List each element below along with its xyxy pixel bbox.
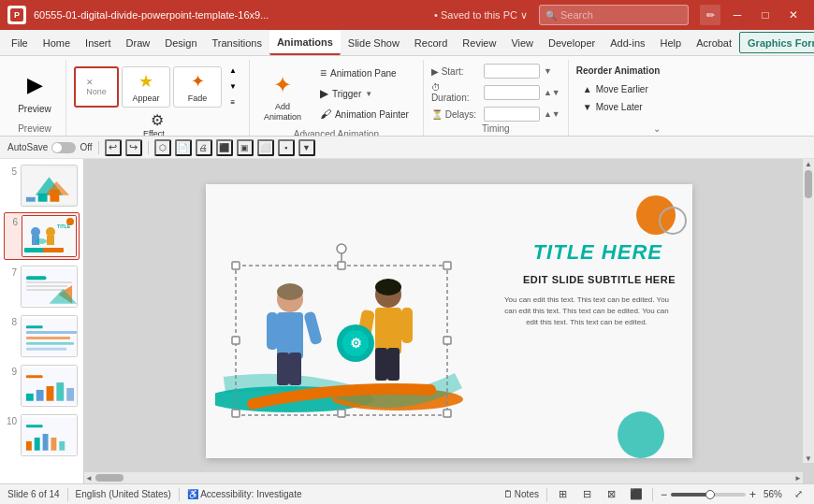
qa-more-button[interactable]: ▼ xyxy=(298,139,315,156)
qa-btn3[interactable]: 🖨 xyxy=(196,139,212,156)
animation-more-button[interactable]: ▲ xyxy=(225,64,241,78)
qa-btn4[interactable]: ⬛ xyxy=(216,139,233,156)
move-later-button[interactable]: ▼ Move Later xyxy=(576,99,661,115)
view-slideshow-button[interactable]: ⬛ xyxy=(628,486,645,503)
ribbon-group-reorder: Reorder Animation ▲ Move Earlier ▼ Move … xyxy=(569,60,668,136)
effect-options-button[interactable]: ⚙ EffectOptions xyxy=(143,111,172,137)
menu-developer[interactable]: Developer xyxy=(541,30,603,55)
animation-fade-button[interactable]: ✦ Fade xyxy=(173,66,222,108)
fit-slide-button[interactable]: ⤢ xyxy=(790,486,807,503)
gallery-icon: ≡ xyxy=(231,98,236,107)
slide-body[interactable]: You can edit this text. This text can be… xyxy=(498,295,676,328)
saved-status[interactable]: • Saved to this PC ∨ xyxy=(434,9,528,22)
menu-help[interactable]: Help xyxy=(653,30,690,55)
move-later-icon: ▼ xyxy=(583,102,592,112)
menu-view[interactable]: View xyxy=(503,30,541,55)
reorder-expand-icon[interactable]: ⌄ xyxy=(653,123,661,134)
thumb-number-8: 8 xyxy=(6,315,17,327)
animation-appear-button[interactable]: ★ Appear xyxy=(122,66,170,108)
zoom-in-button[interactable]: + xyxy=(749,488,756,501)
minimize-button[interactable]: ─ xyxy=(724,5,750,25)
scroll-thumb-horizontal[interactable] xyxy=(95,474,124,482)
qa-btn2[interactable]: 📄 xyxy=(175,139,192,156)
view-slide-sorter-button[interactable]: ⊟ xyxy=(579,486,596,503)
delay-input[interactable] xyxy=(484,107,540,122)
search-box[interactable]: 🔍 Search xyxy=(539,5,689,25)
close-button[interactable]: ✕ xyxy=(780,5,807,25)
notes-button[interactable]: 🗒 Notes xyxy=(503,489,539,499)
view-normal-button[interactable]: ⊞ xyxy=(555,486,572,503)
menu-review[interactable]: Review xyxy=(455,30,503,55)
move-earlier-button[interactable]: ▲ Move Earlier xyxy=(576,81,661,97)
language-info[interactable]: English (United States) xyxy=(76,489,171,499)
animation-painter-button[interactable]: 🖌 Animation Painter xyxy=(313,105,415,123)
zoom-out-button[interactable]: − xyxy=(661,488,667,501)
menu-transitions[interactable]: Transitions xyxy=(205,30,269,55)
autosave-track[interactable] xyxy=(51,142,76,153)
animation-none-button[interactable]: ✕None xyxy=(74,66,119,108)
menu-animations[interactable]: Animations xyxy=(269,30,341,55)
thumbnail-6[interactable]: 6 TITLE xyxy=(4,212,80,260)
timing-start-row: ▶ Start: ▼ xyxy=(431,64,560,79)
add-animation-button[interactable]: ✦ AddAnimation xyxy=(257,64,308,127)
redo-button[interactable]: ↪ xyxy=(125,139,142,156)
slide-area[interactable]: TITLE HERE EDIT SLIDE SUBTITLE HERE You … xyxy=(84,159,814,483)
menu-acrobat[interactable]: Acrobat xyxy=(689,30,739,55)
svg-rect-62 xyxy=(443,337,451,344)
thumbnail-10[interactable]: 10 xyxy=(4,412,80,458)
slide-canvas[interactable]: TITLE HERE EDIT SLIDE SUBTITLE HERE You … xyxy=(206,184,692,458)
scroll-right-arrow[interactable]: ► xyxy=(793,473,803,482)
menu-graphics-format[interactable]: Graphics Format xyxy=(739,32,814,53)
autosave-label: AutoSave xyxy=(7,142,48,152)
animation-down-button[interactable]: ▼ xyxy=(225,79,241,94)
start-dropdown[interactable]: ▼ xyxy=(544,66,552,76)
animation-pane-button[interactable]: ≡ Animation Pane xyxy=(313,64,415,82)
horizontal-scrollbar[interactable]: ◄ ► xyxy=(84,472,803,483)
scroll-up-arrow[interactable]: ▲ xyxy=(804,159,813,168)
svg-rect-37 xyxy=(59,440,65,450)
undo-button[interactable]: ↩ xyxy=(105,139,122,156)
menu-record[interactable]: Record xyxy=(407,30,455,55)
thumb-number-9: 9 xyxy=(6,365,17,377)
thumbnails-panel[interactable]: 5 6 TITLE xyxy=(0,159,84,483)
menu-draw[interactable]: Draw xyxy=(119,30,158,55)
start-input[interactable] xyxy=(484,64,540,79)
more-down-icon: ▼ xyxy=(229,82,237,91)
slide-subtitle[interactable]: EDIT SLIDE SUBTITLE HERE xyxy=(523,274,676,285)
menu-design[interactable]: Design xyxy=(157,30,204,55)
qa-btn6[interactable]: ⬜ xyxy=(257,139,274,156)
slide-title[interactable]: TITLE HERE xyxy=(533,240,662,265)
qa-btn1[interactable]: ⬡ xyxy=(154,139,171,156)
svg-rect-20 xyxy=(26,331,77,334)
menu-slideshow[interactable]: Slide Show xyxy=(341,30,407,55)
slide-info: Slide 6 of 14 xyxy=(7,489,60,499)
maximize-button[interactable]: □ xyxy=(752,5,778,25)
delay-dropdown[interactable]: ▲▼ xyxy=(544,109,560,119)
menu-home[interactable]: Home xyxy=(36,30,78,55)
zoom-slider[interactable] xyxy=(671,493,746,497)
scroll-down-arrow[interactable]: ▼ xyxy=(804,454,813,463)
qa-btn5[interactable]: ▣ xyxy=(237,139,254,156)
view-reading-button[interactable]: ⊠ xyxy=(603,486,620,503)
duration-input[interactable] xyxy=(484,85,540,100)
svg-rect-49 xyxy=(375,308,401,354)
thumbnail-5[interactable]: 5 xyxy=(4,163,80,209)
menu-file[interactable]: File xyxy=(4,30,36,55)
thumbnail-9[interactable]: 9 xyxy=(4,363,80,409)
animation-gallery-button[interactable]: ≡ xyxy=(225,95,240,109)
autosave-toggle[interactable]: AutoSave Off xyxy=(7,142,93,153)
trigger-button[interactable]: ▶ Trigger ▼ xyxy=(313,84,415,103)
menu-insert[interactable]: Insert xyxy=(78,30,119,55)
thumbnail-7[interactable]: 7 xyxy=(4,264,80,310)
thumbnail-8[interactable]: 8 xyxy=(4,313,80,359)
scroll-thumb-vertical[interactable] xyxy=(805,170,812,198)
duration-dropdown[interactable]: ▲▼ xyxy=(544,88,560,97)
menu-addins[interactable]: Add-ins xyxy=(603,30,652,55)
edit-button[interactable]: ✏ xyxy=(700,5,720,25)
preview-button[interactable]: ▶ Preview xyxy=(11,64,58,119)
scroll-left-arrow[interactable]: ◄ xyxy=(84,473,94,482)
vertical-scrollbar[interactable]: ▲ ▼ xyxy=(803,159,814,463)
qa-btn7[interactable]: ▪ xyxy=(278,139,295,156)
search-placeholder: Search xyxy=(560,9,593,21)
accessibility-info[interactable]: ♿ Accessibility: Investigate xyxy=(187,489,302,499)
